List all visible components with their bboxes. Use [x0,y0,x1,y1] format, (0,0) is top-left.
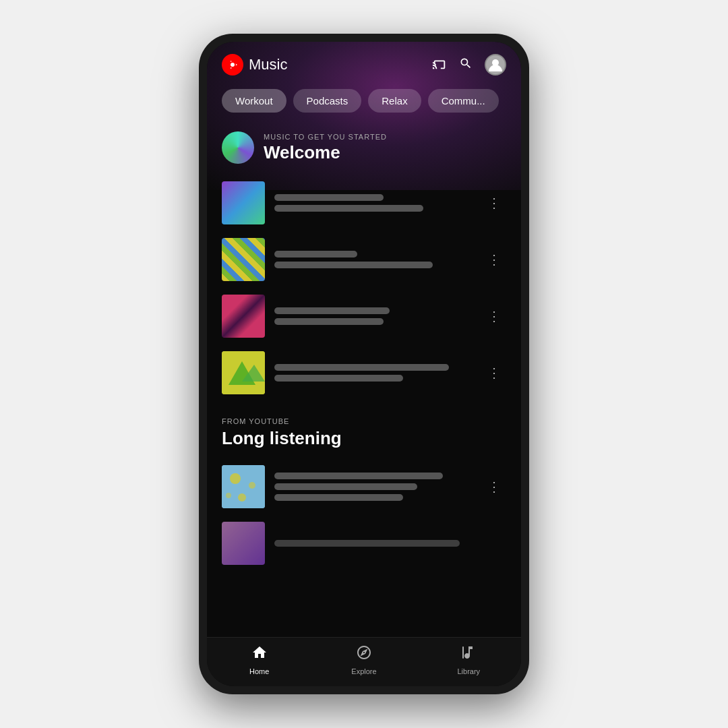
track-thumbnail [222,295,265,338]
bottom-nav: Home Explore Library [207,637,521,686]
top-bar: Music [207,42,521,84]
track-title-line [274,307,390,314]
app-name: Music [249,56,287,73]
track-menu-button[interactable]: ⋮ [482,359,506,386]
long-listening-title: Long listening [222,428,506,449]
library-icon [460,644,477,665]
track-menu-button[interactable]: ⋮ [482,246,506,273]
track-artist-line [274,318,384,325]
phone-frame: Music [199,34,529,694]
category-tabs: Workout Podcasts Relax Commu... [207,84,521,121]
track-item[interactable]: ⋮ [222,288,506,344]
welcome-title: Welcome [264,142,387,163]
track-info [274,307,473,325]
nav-library[interactable]: Library [445,644,492,675]
section-welcome: MUSIC TO GET YOU STARTED Welcome ⋮ [207,121,521,406]
nav-home-label: Home [249,667,269,675]
track-title-line [274,251,357,257]
svg-point-3 [231,63,235,67]
search-icon[interactable] [459,57,473,73]
svg-point-10 [230,473,241,484]
svg-point-11 [249,482,255,489]
track-thumbnail [222,238,265,281]
track-artist-line [274,262,433,268]
cast-icon[interactable] [432,56,447,73]
tab-podcasts[interactable]: Podcasts [293,89,362,113]
track-artist-line [274,375,403,382]
track-info [274,364,473,382]
track-thumbnail [222,351,265,394]
svg-rect-14 [462,646,464,659]
tab-relax[interactable]: Relax [368,89,421,113]
track-item[interactable]: ⋮ [222,231,506,288]
track-menu-button[interactable]: ⋮ [482,189,506,216]
svg-rect-9 [222,465,265,508]
explore-icon [356,644,372,665]
track-title-line [274,540,460,547]
track-info [274,473,473,501]
home-icon [251,644,268,665]
track-title-line [274,364,449,371]
top-icons [432,54,506,75]
track-thumbnail [222,181,265,224]
track-item[interactable]: ⋮ [222,175,506,231]
welcome-title-block: MUSIC TO GET YOU STARTED Welcome [264,133,387,163]
track-thumbnail [222,465,265,508]
long-listening-subtitle: FROM YOUTUBE [222,417,506,425]
nav-explore[interactable]: Explore [340,644,388,675]
content-scroll[interactable]: MUSIC TO GET YOU STARTED Welcome ⋮ [207,121,521,637]
track-item[interactable] [222,515,506,572]
welcome-section-icon [222,131,254,164]
track-menu-button[interactable]: ⋮ [482,473,506,500]
track-info [274,540,506,547]
nav-explore-label: Explore [351,667,376,675]
track-item[interactable]: ⋮ [222,344,506,401]
nav-home[interactable]: Home [236,644,283,675]
track-artist-line [274,483,417,490]
track-info [274,194,473,212]
svg-point-12 [238,493,246,502]
section-long-listening: FROM YOUTUBE Long listening [207,406,521,577]
user-avatar[interactable] [485,54,506,75]
svg-point-13 [226,493,231,498]
track-title-line [274,194,384,201]
tab-workout[interactable]: Workout [222,89,286,113]
track-item[interactable]: ⋮ [222,458,506,515]
yt-music-logo-icon [222,54,243,75]
welcome-subtitle: MUSIC TO GET YOU STARTED [264,133,387,141]
track-thumbnail [222,522,265,565]
tab-community[interactable]: Commu... [428,89,499,113]
track-title-line [274,473,443,479]
logo-area: Music [222,54,287,75]
section-welcome-header: MUSIC TO GET YOU STARTED Welcome [222,131,506,164]
nav-library-label: Library [458,667,481,675]
track-menu-button[interactable]: ⋮ [482,303,506,330]
track-extra-line [274,494,403,501]
track-artist-line [274,205,423,212]
track-info [274,251,473,268]
phone-screen: Music [207,42,521,686]
